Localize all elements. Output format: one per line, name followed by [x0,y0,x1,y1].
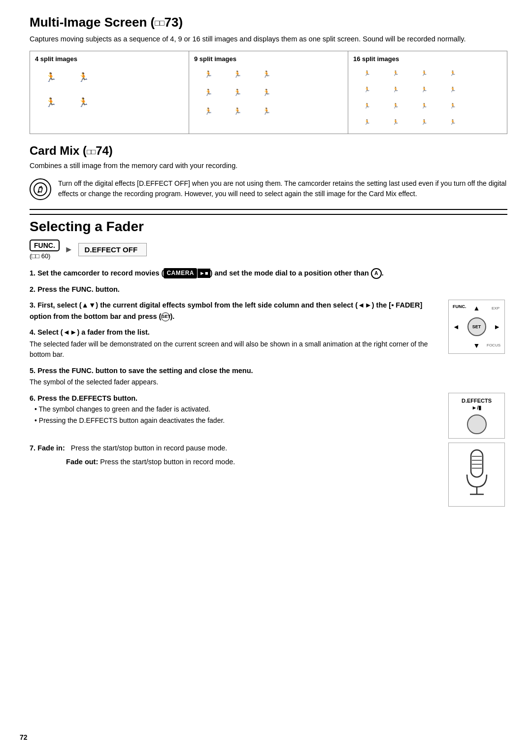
step-6: 6. Press the D.EFFECTS button. The symbo… [30,393,438,425]
split-4-label: 4 split images [35,55,184,63]
figure-9-6: 🏃 [263,89,270,96]
step-4: 4. Select (◄►) a fader from the list. Th… [30,327,438,360]
split-16-grid: 🏃 🏃 🏃 🏃 🏃 🏃 🏃 🏃 🏃 🏃 🏃 🏃 🏃 🏃 🏃 🏃 [353,66,466,130]
figure-9-1: 🏃 [204,70,212,78]
fader-title: Selecting a Fader [30,214,507,235]
figure-2: 🏃 [78,72,89,83]
func-badge: FUNC. [30,240,60,251]
svg-rect-3 [471,450,483,477]
ctrl-focus-label: FOCUS [487,343,500,347]
split-4-cell: 4 split images 🏃 🏃 🏃 🏃 [30,51,189,134]
camera-badge: CAMERA [164,268,197,278]
split-images-container: 4 split images 🏃 🏃 🏃 🏃 9 split images 🏃 … [30,51,507,134]
step-1-text-end: . [382,269,384,277]
step-1-text-pre: Set the camcorder to record movies ( [37,269,164,277]
step-7-fade-out-text: Press the start/stop button in record mo… [100,458,235,466]
step-5-bold: Press the FUNC. button to save the setti… [37,367,253,375]
step-7-fade-in-label: Fade in: [37,444,69,452]
ctrl-arrow-left-icon: ◄ [453,323,460,331]
set-badge-step3: SET [161,312,170,321]
note-icon [30,178,51,200]
fig16-2: 🏃 [393,70,399,76]
figure-1: 🏃 [45,72,56,83]
fig16-8: 🏃 [450,87,456,92]
figure-9-3: 🏃 [263,70,270,78]
multi-image-title: Multi-Image Screen (□□73) [30,15,507,30]
step-6-text: 6. Press the D.EFFECTS button. The symbo… [30,393,438,430]
ctrl-arrow-right-icon: ► [494,323,500,331]
step-3-text-end: ). [170,312,174,320]
step-2-text: Press the FUNC. button. [37,285,120,293]
split-9-label: 9 split images [194,55,343,63]
figure-9-7: 🏃 [204,107,212,115]
step-6-num: 6. [30,394,37,402]
step-7-num: 7. [30,444,37,452]
deffects-btn [467,414,487,434]
step-3-num: 3. [30,301,37,309]
step-2: 2. Press the FUNC. button. [30,284,507,295]
fig16-11: 🏃 [421,103,427,108]
step-2-num: 2. [30,285,37,293]
func-sub: (□□ 60) [30,252,50,260]
step-7-text: 7. Fade in: Press the start/stop button … [30,443,438,473]
fig16-1: 🏃 [364,70,370,76]
steps-3-4-with-img: 3. First, select (▲▼) the current digita… [30,300,507,365]
note-pencil-icon [33,182,47,196]
ctrl-func-label: FUNC. [453,304,466,309]
step-1: 1. Set the camcorder to record movies (C… [30,268,507,279]
fig16-7: 🏃 [421,87,427,92]
step-3: 3. First, select (▲▼) the current digita… [30,300,438,322]
ctrl-exp-label: EXP [492,306,499,310]
figure-9-8: 🏃 [233,107,241,115]
step-6-bold: Press the D.EFFECTS button. [37,394,137,402]
step-7-fade-out-row: Fade out: Press the start/stop button in… [30,456,438,467]
step-3-text: First, select (▲▼) the current digital e… [30,301,422,320]
card-mix-intro: Combines a still image from the memory c… [30,161,507,172]
figure-9-4: 🏃 [204,89,212,96]
control-diagram: FUNC. ▲ ▼ ◄ ► EXP FOCUS SET [448,300,505,354]
multi-image-section: Multi-Image Screen (□□73) Captures movin… [30,15,507,134]
figure-9-2: 🏃 [233,70,241,78]
step-7-fade-out-label: Fade out: [66,458,100,466]
figure-3: 🏃 [45,97,56,108]
deffects-diagram: D.EFFECTS ►/▮ [448,393,505,439]
camera-mode-icon: ►■ [198,269,210,278]
func-arrow-icon: ► [65,244,73,255]
mic-shape-container [462,447,492,502]
note-text: Turn off the digital effects [D.EFFECT O… [58,178,507,200]
fig16-10: 🏃 [393,103,399,108]
step-6-bullets: The symbol changes to green and the fade… [30,404,438,426]
selecting-fader-section: Selecting a Fader FUNC. (□□ 60) ► D.EFFE… [30,209,507,507]
steps-3-4-text: 3. First, select (▲▼) the current digita… [30,300,438,365]
auto-badge: A [371,268,382,279]
deffect-box: D.EFFECT OFF [78,243,147,256]
step-4-bold: Select (◄►) a fader from the list. [37,328,150,336]
split-9-grid: 🏃 🏃 🏃 🏃 🏃 🏃 🏃 🏃 🏃 [194,66,280,120]
step-1-num: 1. [30,269,37,277]
step-5: 5. Press the FUNC. button to save the se… [30,365,507,388]
ctrl-set-label: SET [472,324,481,330]
fig16-3: 🏃 [421,70,427,76]
ctrl-arrow-down-icon: ▼ [473,342,480,349]
split-9-cell: 9 split images 🏃 🏃 🏃 🏃 🏃 🏃 🏃 🏃 🏃 [189,51,348,134]
func-bar: FUNC. (□□ 60) ► D.EFFECT OFF [30,240,507,260]
section-divider [30,209,507,210]
card-mix-title: Card Mix (□□74) [30,144,507,158]
mic-svg [462,447,492,502]
control-diagram-col: FUNC. ▲ ▼ ◄ ► EXP FOCUS SET [448,300,507,358]
ctrl-arrow-up-icon: ▲ [473,304,480,312]
step-7-with-img: 7. Fade in: Press the start/stop button … [30,443,507,507]
fig16-12: 🏃 [450,103,456,108]
fig16-16: 🏃 [450,119,456,125]
ctrl-center-btn: SET [467,317,486,336]
mic-diagram-col [448,443,507,507]
step-6-with-img: 6. Press the D.EFFECTS button. The symbo… [30,393,507,443]
fig16-13: 🏃 [364,119,370,125]
step-7-fade-in-text: Press the start/stop button in record pa… [71,444,228,452]
multi-image-intro: Captures moving subjects as a sequence o… [30,34,507,45]
deffects-diagram-col: D.EFFECTS ►/▮ [448,393,507,443]
step-7: 7. Fade in: Press the start/stop button … [30,443,438,468]
figure-4: 🏃 [78,97,89,108]
step-4-num: 4. [30,328,37,336]
fig16-6: 🏃 [393,87,399,92]
